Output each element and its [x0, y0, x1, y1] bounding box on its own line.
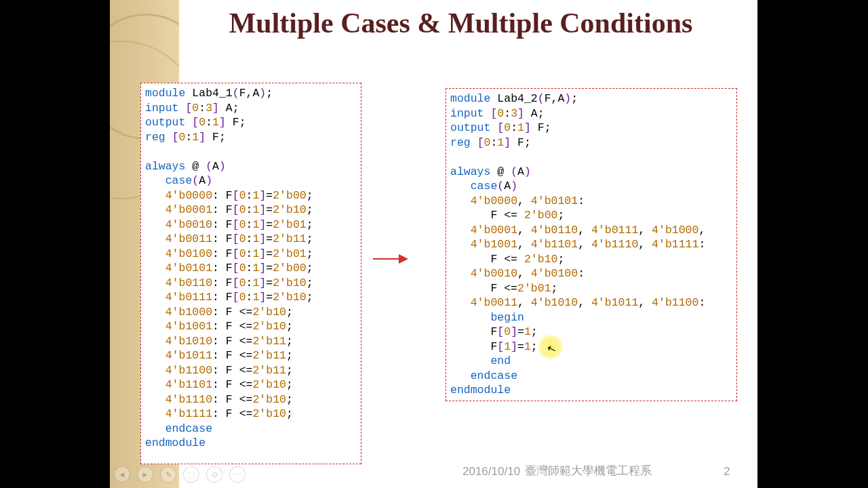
- nav-screen-icon[interactable]: ⬚: [183, 466, 199, 483]
- arrow-icon: [373, 252, 414, 266]
- code-left: module Lab4_1(F,A); input [0:3] A; outpu…: [140, 83, 361, 464]
- nav-more-icon[interactable]: ⋯: [229, 466, 245, 483]
- footer-university: 臺灣師範大學機電工程系: [525, 463, 652, 479]
- footer-date: 2016/10/10: [462, 465, 520, 479]
- slide-title: Multiple Cases & Multiple Conditions: [171, 7, 751, 39]
- slide: Multiple Cases & Multiple Conditions mod…: [110, 0, 757, 488]
- code-right: module Lab4_2(F,A); input [0:3] A; outpu…: [446, 88, 737, 401]
- nav-zoom-icon[interactable]: ⊙: [206, 466, 222, 483]
- footer-page: 2: [724, 465, 730, 479]
